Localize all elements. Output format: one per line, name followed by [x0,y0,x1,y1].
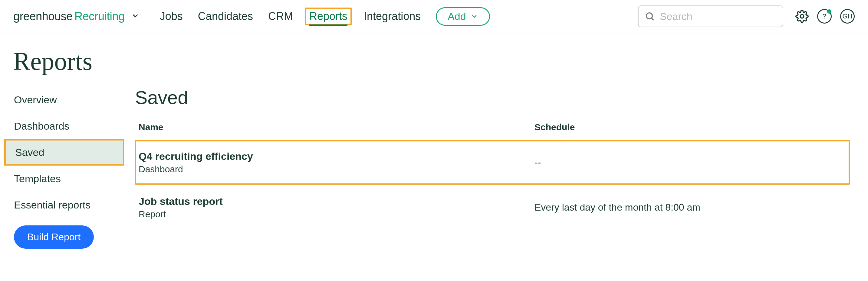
nav-integrations[interactable]: Integrations [361,9,424,24]
search-input[interactable] [660,10,777,22]
top-icon-group: ? GH [795,9,855,24]
nav-jobs[interactable]: Jobs [157,9,186,24]
brand-word-2: Recruiting [74,10,125,23]
row-schedule: Every last day of the month at 8:00 am [534,202,846,213]
svg-point-0 [647,13,652,19]
chevron-down-icon[interactable] [131,11,140,20]
sidebar-item-essential[interactable]: Essential reports [4,192,124,218]
row-subtitle: Report [138,209,534,219]
gear-icon[interactable] [795,10,809,23]
brand[interactable]: greenhouse Recruiting [13,10,140,23]
search-box[interactable] [638,5,783,27]
main-panel: Saved Name Schedule Q4 recruiting effici… [124,87,868,249]
chevron-down-icon [470,12,478,20]
sidebar: Overview Dashboards Saved Templates Esse… [0,87,124,249]
sidebar-item-dashboards[interactable]: Dashboards [4,113,124,139]
svg-line-1 [652,19,654,20]
nav-reports[interactable]: Reports [305,7,352,25]
notification-dot [827,9,831,13]
table-header: Name Schedule [135,120,850,140]
column-header-schedule: Schedule [534,122,846,132]
row-schedule: -- [534,157,846,168]
svg-point-2 [800,14,804,18]
row-title: Q4 recruiting efficiency [138,150,534,162]
row-title: Job status report [138,196,534,207]
avatar-initials: GH [843,12,852,20]
column-header-name: Name [138,122,534,132]
page-title: Reports [0,33,868,87]
search-icon [645,11,655,22]
nav-crm[interactable]: CRM [265,9,296,24]
top-nav: greenhouse Recruiting Jobs Candidates CR… [0,0,868,33]
sidebar-item-overview[interactable]: Overview [4,87,124,113]
sidebar-item-saved[interactable]: Saved [4,139,124,166]
section-heading: Saved [135,87,850,108]
sidebar-item-templates[interactable]: Templates [4,166,124,192]
nav-links: Jobs Candidates CRM Reports Integrations [157,7,424,25]
help-icon[interactable]: ? [817,9,832,24]
nav-candidates[interactable]: Candidates [195,9,256,24]
row-subtitle: Dashboard [138,164,534,174]
table-row[interactable]: Job status report Report Every last day … [135,185,850,230]
add-button[interactable]: Add [436,7,490,26]
brand-word-1: greenhouse [13,10,73,23]
avatar[interactable]: GH [840,9,855,24]
build-report-button[interactable]: Build Report [14,225,94,249]
add-button-label: Add [447,10,466,22]
table-row[interactable]: Q4 recruiting efficiency Dashboard -- [135,140,850,185]
